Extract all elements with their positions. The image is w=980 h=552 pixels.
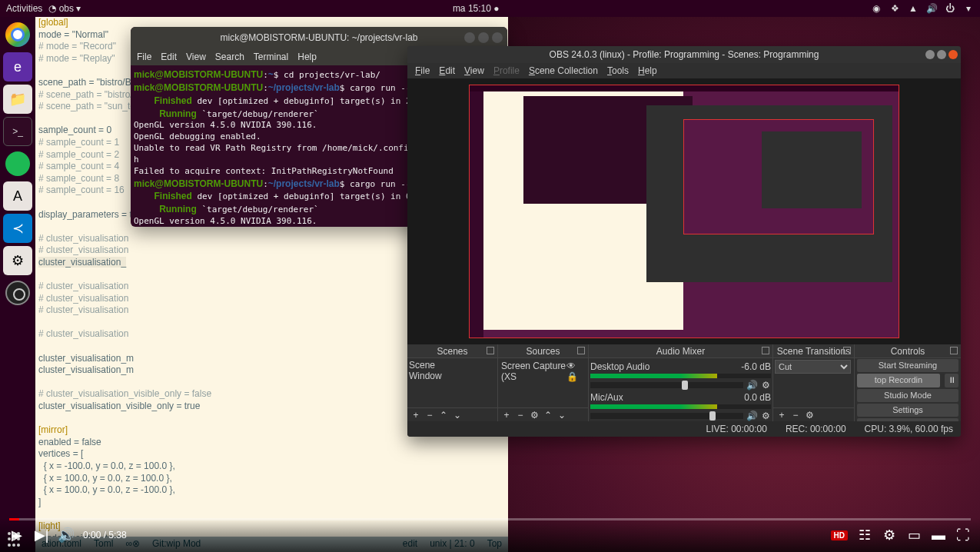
undock-icon[interactable] [487,347,494,354]
obs-window[interactable]: OBS 24.0.3 (linux) - Profile: Programmin… [407,46,961,437]
lock-icon[interactable]: 🔒 [566,371,578,382]
activities-button[interactable]: Activities [6,3,42,14]
progress-bar[interactable] [9,518,971,520]
gear-icon[interactable]: ⚙ [529,410,540,421]
dock-terminal[interactable]: >_ [3,117,32,146]
terminal-titlebar: mick@MOBISTORM-UBUNTU: ~/projects/vr-lab [131,27,507,48]
add-icon[interactable]: + [776,410,787,421]
menu-edit[interactable]: Edit [161,52,177,62]
menu-search[interactable]: Search [215,52,244,62]
dock-spotify[interactable] [3,149,32,178]
fullscreen-icon[interactable]: ⛶ [955,527,971,543]
stop-recording-button[interactable]: top Recordin [857,374,940,387]
remove-icon[interactable]: − [515,410,526,421]
obs-menu-view[interactable]: View [464,65,484,76]
rec-time: REC: 00:00:00 [786,424,846,434]
settings-button[interactable]: Settings [857,404,958,417]
volume-icon[interactable]: 🔊 [58,527,74,543]
obs-preview[interactable] [407,78,961,344]
network-icon[interactable]: ▲ [908,3,919,14]
gear-icon[interactable]: ⚙ [882,527,897,543]
next-icon[interactable]: ▶| [34,527,49,543]
scenes-panel: Scenes SceneWindow + − ⌃ ⌄ [407,344,498,421]
clock[interactable]: ma 15:10 ● [81,3,871,14]
down-icon[interactable]: ⌄ [556,410,567,421]
start-streaming-button[interactable]: Start Streaming [857,359,958,372]
up-icon[interactable]: ⌃ [438,410,449,421]
obs-menu-edit[interactable]: Edit [439,65,455,76]
add-icon[interactable]: + [410,410,421,421]
controls-panel: Controls Start Streaming top Recordin ⏸ … [855,344,961,421]
dock-emacs[interactable]: e [3,52,32,81]
mixer-track: Desktop Audio-6.0 dB 🔊⚙ [590,361,771,391]
mixer-track: Mic/Aux0.0 dB 🔊⚙ [590,392,771,421]
live-time: LIVE: 00:00:00 [706,424,766,434]
hd-badge[interactable]: HD [831,530,848,540]
scene-item[interactable]: Scene [409,360,496,371]
obs-menu-help[interactable]: Help [638,65,657,76]
gear-icon[interactable]: ⚙ [804,410,815,421]
maximize-icon[interactable] [937,50,946,59]
gnome-topbar: Activities ◔ obs ▾ ma 15:10 ● ◉ ❖ ▲ 🔊 ⏻ … [0,0,980,17]
obs-titlebar: OBS 24.0.3 (linux) - Profile: Programmin… [407,46,961,63]
gear-icon[interactable]: ⚙ [760,380,771,391]
studio-mode-button[interactable]: Studio Mode [857,389,958,402]
remove-icon[interactable]: − [424,410,435,421]
power-icon[interactable]: ⏻ [945,3,955,14]
minimize-icon[interactable] [925,50,935,59]
transitions-panel: Scene Transitions Cut + − ⚙ [773,344,855,421]
dock-obs[interactable] [3,278,32,308]
up-icon[interactable]: ⌃ [543,410,553,421]
cpu-fps: CPU: 3.9%, 60.00 fps [865,424,953,434]
obs-menu-file[interactable]: File [415,65,430,76]
scene-item[interactable]: Window [409,371,496,381]
captions-icon[interactable]: ☷ [857,527,872,543]
add-icon[interactable]: + [501,410,512,421]
gear-icon[interactable]: ⚙ [760,411,771,421]
transition-select[interactable]: Cut [775,360,851,374]
close-icon[interactable] [948,50,958,59]
menu-file[interactable]: File [137,52,151,62]
miniplayer-icon[interactable]: ▭ [906,527,922,543]
dock-files[interactable]: 📁 [3,85,32,114]
dock-chrome[interactable] [3,20,32,49]
volume-slider[interactable] [590,413,743,419]
volume-icon[interactable]: 🔊 [926,3,937,14]
obs-statusbar: LIVE: 00:00:00 REC: 00:00:00 CPU: 3.9%, … [407,421,961,437]
mute-icon[interactable]: 🔊 [746,411,757,421]
obs-menubar[interactable]: FileEditViewProfileScene CollectionTools… [407,63,961,78]
chevron-down-icon[interactable]: ▾ [963,3,974,14]
source-item[interactable]: Screen Capture (XS👁 🔒 [500,360,586,383]
obs-menu-profile[interactable]: Profile [493,65,520,76]
dropbox-icon[interactable]: ❖ [889,3,900,14]
undock-icon[interactable] [950,347,958,354]
undock-icon[interactable] [762,347,769,354]
dock-tweaks[interactable]: ⚙ [3,246,32,275]
time-display: 0:00 / 5:38 [83,530,127,540]
audio-meter [590,404,771,409]
minimize-icon[interactable] [464,32,475,43]
undock-icon[interactable] [577,347,585,354]
record-indicator-icon: ◉ [871,3,882,14]
obs-menu-scene-collection[interactable]: Scene Collection [529,65,598,76]
video-player-controls[interactable]: ▶ ▶| 🔊 0:00 / 5:38 HD ☷ ⚙ ▭ ▬ ⛶ [0,518,980,552]
eye-icon[interactable]: 👁 [566,361,576,371]
app-menu[interactable]: ◔ obs ▾ [48,3,81,14]
menu-help[interactable]: Help [297,52,317,62]
dock-software[interactable]: A [3,181,32,211]
mute-icon[interactable]: 🔊 [746,380,757,391]
dock-vscode[interactable]: ≺ [3,214,32,243]
down-icon[interactable]: ⌄ [452,410,463,421]
undock-icon[interactable] [843,347,851,354]
volume-slider[interactable] [590,382,743,388]
maximize-icon[interactable] [478,32,489,43]
obs-menu-tools[interactable]: Tools [607,65,629,76]
menu-view[interactable]: View [186,52,206,62]
menu-terminal[interactable]: Terminal [254,52,288,62]
close-icon[interactable] [492,32,503,43]
remove-icon[interactable]: − [790,410,801,421]
theater-icon[interactable]: ▬ [931,527,946,543]
apps-grid-icon[interactable] [8,532,23,547]
preview-frame[interactable] [469,85,899,338]
pause-recording-button[interactable]: ⏸ [945,374,958,387]
